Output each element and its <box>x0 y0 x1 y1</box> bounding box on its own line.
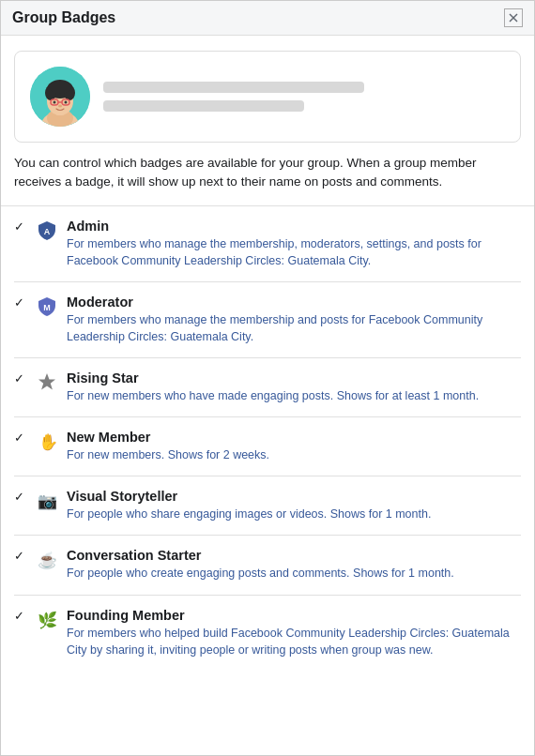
badge-list: ✓ A Admin For members who manage the mem… <box>1 206 534 671</box>
badge-desc-visual-storyteller: For people who share engaging images or … <box>67 506 521 522</box>
conversation-starter-icon: ☕ <box>35 547 59 571</box>
badge-item-visual-storyteller[interactable]: ✓ 📷 Visual Storyteller For people who sh… <box>14 476 521 536</box>
admin-icon: A <box>35 218 59 242</box>
svg-point-10 <box>49 81 71 94</box>
badge-title-visual-storyteller: Visual Storyteller <box>67 489 521 504</box>
check-conversation-starter: ✓ <box>14 549 27 563</box>
svg-point-15 <box>65 101 68 104</box>
badge-title-conversation-starter: Conversation Starter <box>67 548 521 563</box>
badge-content-moderator: Moderator For members who manage the mem… <box>67 295 521 345</box>
badge-item-rising-star[interactable]: ✓ Rising Star For new members who have m… <box>14 358 521 417</box>
check-founding-member: ✓ <box>14 609 27 623</box>
moderator-icon: M <box>35 294 59 318</box>
badge-desc-admin: For members who manage the membership, m… <box>67 235 521 269</box>
check-moderator: ✓ <box>14 295 27 310</box>
check-rising-star: ✓ <box>14 371 27 386</box>
badge-content-conversation-starter: Conversation Starter For people who crea… <box>67 548 521 582</box>
badge-item-moderator[interactable]: ✓ M Moderator For members who manage the… <box>14 282 521 358</box>
svg-point-16 <box>58 105 62 108</box>
new-member-icon: ✋ <box>35 429 59 453</box>
check-new-member: ✓ <box>14 431 27 445</box>
svg-text:☕: ☕ <box>38 551 57 569</box>
badge-content-rising-star: Rising Star For new members who have mad… <box>67 370 521 404</box>
panel-header: Group Badges <box>1 1 534 36</box>
check-visual-storyteller: ✓ <box>14 490 27 504</box>
svg-marker-19 <box>38 373 55 390</box>
badge-item-conversation-starter[interactable]: ✓ ☕ Conversation Starter For people who … <box>14 536 521 595</box>
preview-section <box>14 51 521 143</box>
svg-text:A: A <box>44 226 51 235</box>
badge-item-new-member[interactable]: ✓ ✋ New Member For new members. Shows fo… <box>14 417 521 476</box>
description-text: You can control which badges are availab… <box>1 154 534 206</box>
svg-text:✋: ✋ <box>38 432 57 451</box>
badge-item-founding-member[interactable]: ✓ 🌿 Founding Member For members who help… <box>14 596 521 671</box>
svg-point-14 <box>54 101 56 104</box>
badge-content-visual-storyteller: Visual Storyteller For people who share … <box>67 489 521 522</box>
badge-desc-founding-member: For members who helped build Facebook Co… <box>67 625 521 658</box>
badge-title-new-member: New Member <box>67 430 521 445</box>
badge-title-admin: Admin <box>67 219 521 234</box>
avatar-svg <box>30 67 90 127</box>
badge-title-founding-member: Founding Member <box>67 608 521 623</box>
badge-content-admin: Admin For members who manage the members… <box>67 219 521 269</box>
preview-line-1 <box>103 82 364 93</box>
svg-text:M: M <box>43 302 51 311</box>
badge-item-admin[interactable]: ✓ A Admin For members who manage the mem… <box>14 206 521 282</box>
visual-storyteller-icon: 📷 <box>35 488 59 512</box>
svg-text:📷: 📷 <box>38 491 57 510</box>
avatar <box>30 67 90 127</box>
badge-content-founding-member: Founding Member For members who helped b… <box>67 608 521 658</box>
preview-lines <box>103 82 505 112</box>
close-button[interactable] <box>504 8 523 27</box>
close-icon <box>509 13 518 23</box>
preview-line-2 <box>103 100 304 112</box>
badge-title-rising-star: Rising Star <box>67 370 521 386</box>
badge-title-moderator: Moderator <box>67 295 521 310</box>
panel-title: Group Badges <box>12 9 115 26</box>
badge-desc-conversation-starter: For people who create engaging posts and… <box>67 565 521 582</box>
badge-desc-new-member: For new members. Shows for 2 weeks. <box>67 446 521 463</box>
group-badges-panel: Group Badges <box>0 0 535 756</box>
rising-star-icon <box>35 370 59 394</box>
founding-member-icon: 🌿 <box>35 607 59 631</box>
badge-desc-rising-star: For new members who have made engaging p… <box>67 387 521 404</box>
svg-text:🌿: 🌿 <box>38 611 57 629</box>
badge-desc-moderator: For members who manage the membership an… <box>67 311 521 345</box>
badge-content-new-member: New Member For new members. Shows for 2 … <box>67 430 521 463</box>
check-admin: ✓ <box>14 219 27 234</box>
